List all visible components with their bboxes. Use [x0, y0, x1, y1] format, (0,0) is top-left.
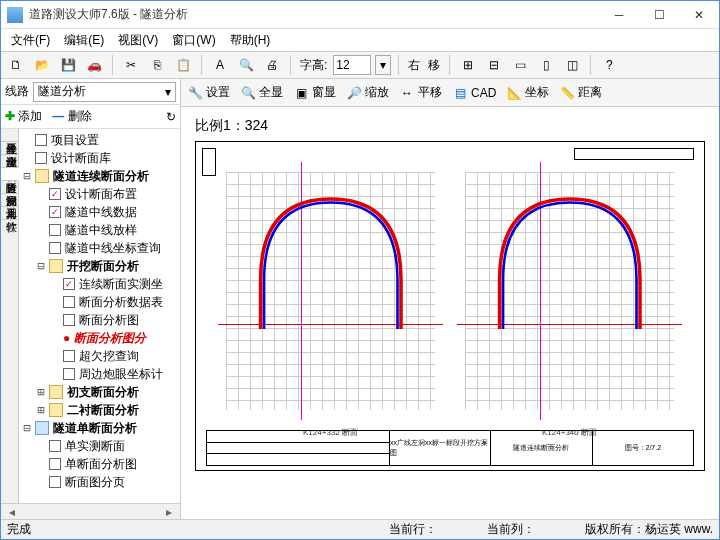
- vtab-5[interactable]: 常用工具: [1, 194, 18, 207]
- vtab-4[interactable]: 局部测设: [1, 181, 18, 194]
- tree[interactable]: 项目设置 设计断面库 ⊟隧道连续断面分析 ✓设计断面布置 ✓隧道中线数据 隧道中…: [19, 129, 180, 503]
- status-copyright: 版权所有：杨运英 www.: [585, 521, 713, 538]
- vtab-2[interactable]: 横断工程: [1, 155, 18, 168]
- menu-help[interactable]: 帮助(H): [224, 29, 277, 52]
- tree-item[interactable]: 断面分析数据表: [21, 293, 178, 311]
- layout5-button[interactable]: ◫: [561, 54, 583, 76]
- left-panel: 线路 隧道分析▾ ✚ 添加 — 删除 ↻ 导线平差 全线测设 横断工程 隧道分析…: [1, 79, 181, 519]
- cut-button[interactable]: ✂: [120, 54, 142, 76]
- copy-button[interactable]: ⎘: [146, 54, 168, 76]
- tree-item[interactable]: ✓连续断面实测坐: [21, 275, 178, 293]
- vtab-6[interactable]: 软件: [1, 207, 18, 220]
- tree-folder[interactable]: ⊞二衬断面分析: [21, 401, 178, 419]
- app-icon: [7, 7, 23, 23]
- settings-button[interactable]: 🔧设置: [187, 84, 230, 101]
- tree-item[interactable]: ✓隧道中线数据: [21, 203, 178, 221]
- drawing-canvas[interactable]: 比例1：324 K124+332 断面 K124+340 断面 xx广线左洞xx…: [181, 107, 719, 519]
- statusbar: 完成 当前行： 当前列： 版权所有：杨运英 www.: [1, 519, 719, 539]
- tree-folder[interactable]: ⊟隧道单断面分析: [21, 419, 178, 437]
- font-height-dropdown[interactable]: ▾: [375, 55, 391, 75]
- winview-button[interactable]: ▣窗显: [293, 84, 336, 101]
- layout4-button[interactable]: ▯: [535, 54, 557, 76]
- print-button[interactable]: 🖨: [261, 54, 283, 76]
- pan-button[interactable]: ↔平移: [399, 84, 442, 101]
- zoom-button[interactable]: 🔎缩放: [346, 84, 389, 101]
- tree-item[interactable]: 断面图分页: [21, 473, 178, 491]
- tree-item[interactable]: ●断面分析图分: [21, 329, 178, 347]
- title-block: xx广线左洞xx标一标段开挖方案图隧道连续断面分析图号：2/7.2: [206, 430, 694, 466]
- refresh-button[interactable]: ↻: [166, 110, 176, 124]
- dist-button[interactable]: 📏距离: [559, 84, 602, 101]
- vtab-1[interactable]: 全线测设: [1, 142, 18, 155]
- new-button[interactable]: 🗋: [5, 54, 27, 76]
- menu-window[interactable]: 窗口(W): [166, 29, 221, 52]
- menu-view[interactable]: 视图(V): [112, 29, 164, 52]
- tree-item[interactable]: 隧道中线坐标查询: [21, 239, 178, 257]
- font-button[interactable]: A: [209, 54, 231, 76]
- window-title: 道路测设大师7.6版 - 隧道分析: [29, 6, 599, 23]
- search-button[interactable]: 🔍: [235, 54, 257, 76]
- section-plot-2: K124+340 断面: [465, 172, 674, 410]
- toolbar-main: 🗋 📂 💾 🚗 ✂ ⎘ 📋 A 🔍 🖨 字高: ▾ 右 移 ⊞ ⊟ ▭ ▯ ◫ …: [1, 51, 719, 79]
- add-button[interactable]: ✚ 添加: [5, 108, 42, 125]
- titlebar: 道路测设大师7.6版 - 隧道分析 ─ ☐ ✕: [1, 1, 719, 29]
- vehicle-button[interactable]: 🚗: [83, 54, 105, 76]
- tree-folder[interactable]: ⊟隧道连续断面分析: [21, 167, 178, 185]
- tree-item[interactable]: 设计断面库: [21, 149, 178, 167]
- tree-item[interactable]: 断面分析图: [21, 311, 178, 329]
- separator: [590, 55, 591, 75]
- scale-label: 比例1：324: [195, 117, 705, 135]
- close-button[interactable]: ✕: [679, 1, 719, 29]
- minimize-button[interactable]: ─: [599, 1, 639, 29]
- layout2-button[interactable]: ⊟: [483, 54, 505, 76]
- move-label[interactable]: 移: [426, 57, 442, 74]
- font-height-input[interactable]: [333, 55, 371, 75]
- tree-folder[interactable]: ⊞初支断面分析: [21, 383, 178, 401]
- tree-item[interactable]: 超欠挖查询: [21, 347, 178, 365]
- vertical-tabs: 导线平差 全线测设 横断工程 隧道分析 局部测设 常用工具 软件: [1, 129, 19, 503]
- vtab-3[interactable]: 隧道分析: [1, 168, 19, 181]
- open-button[interactable]: 📂: [31, 54, 53, 76]
- status-row: 当前行：: [389, 521, 437, 538]
- separator: [290, 55, 291, 75]
- help-button[interactable]: ?: [598, 54, 620, 76]
- separator: [201, 55, 202, 75]
- delete-button[interactable]: — 删除: [52, 108, 91, 125]
- paste-button[interactable]: 📋: [172, 54, 194, 76]
- font-height-label: 字高:: [298, 57, 329, 74]
- tree-item[interactable]: 隧道中线放样: [21, 221, 178, 239]
- separator: [449, 55, 450, 75]
- sheet-tab: [202, 148, 216, 176]
- menubar: 文件(F) 编辑(E) 视图(V) 窗口(W) 帮助(H): [1, 29, 719, 51]
- tree-item[interactable]: ✓设计断面布置: [21, 185, 178, 203]
- fullview-button[interactable]: 🔍全显: [240, 84, 283, 101]
- vtab-0[interactable]: 导线平差: [1, 129, 18, 142]
- tree-item[interactable]: 周边炮眼坐标计: [21, 365, 178, 383]
- toolbar-view: 🔧设置 🔍全显 ▣窗显 🔎缩放 ↔平移 ▤CAD 📐坐标 📏距离: [181, 79, 719, 107]
- section-plot-1: K124+332 断面: [226, 172, 435, 410]
- tree-folder[interactable]: ⊟开挖断面分析: [21, 257, 178, 275]
- menu-file[interactable]: 文件(F): [5, 29, 56, 52]
- route-label: 线路: [5, 83, 29, 100]
- tree-item[interactable]: 单实测断面: [21, 437, 178, 455]
- layout3-button[interactable]: ▭: [509, 54, 531, 76]
- maximize-button[interactable]: ☐: [639, 1, 679, 29]
- status-col: 当前列：: [487, 521, 535, 538]
- tree-item[interactable]: 单断面分析图: [21, 455, 178, 473]
- menu-edit[interactable]: 编辑(E): [58, 29, 110, 52]
- coord-button[interactable]: 📐坐标: [506, 84, 549, 101]
- cad-button[interactable]: ▤CAD: [452, 85, 496, 101]
- separator: [112, 55, 113, 75]
- sheet-title-box: [574, 148, 694, 160]
- layout1-button[interactable]: ⊞: [457, 54, 479, 76]
- tree-scrollbar[interactable]: ◂▸: [1, 503, 180, 519]
- drawing-sheet: K124+332 断面 K124+340 断面 xx广线左洞xx标一标段开挖方案…: [195, 141, 705, 471]
- status-done: 完成: [7, 521, 31, 538]
- tree-item[interactable]: 项目设置: [21, 131, 178, 149]
- route-combo[interactable]: 隧道分析▾: [33, 82, 176, 102]
- right-label[interactable]: 右: [406, 57, 422, 74]
- separator: [398, 55, 399, 75]
- save-button[interactable]: 💾: [57, 54, 79, 76]
